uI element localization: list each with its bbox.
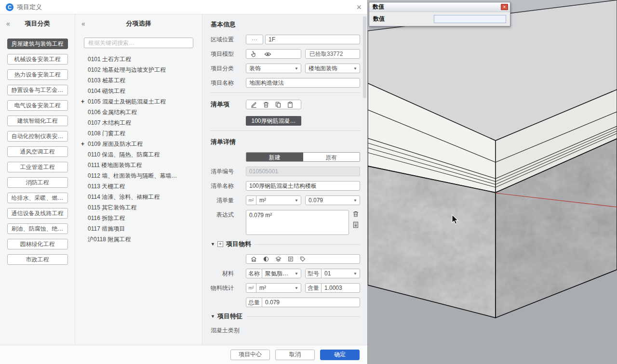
subsection-item[interactable]: 0112 墙、柱面装饰与隔断、幕墙… <box>75 170 202 181</box>
close-icon[interactable]: × <box>356 3 362 12</box>
category-button[interactable]: 市政工程 <box>7 254 68 265</box>
delete-icon[interactable] <box>353 211 359 217</box>
qty-value-select[interactable]: 0.079 ▼ <box>305 195 360 205</box>
subsection-item[interactable]: 0106 金属结构工程 <box>75 107 202 117</box>
close-icon[interactable]: × <box>501 4 508 10</box>
list-name-input[interactable] <box>246 181 360 191</box>
dialog-titlebar: C 项目定义 × <box>0 0 367 14</box>
qty-unit-select[interactable]: m² ▼ <box>256 195 301 205</box>
eye-icon[interactable] <box>264 52 271 57</box>
subsection-item[interactable]: 0107 木结构工程 <box>75 117 202 128</box>
expand-icon[interactable]: + <box>81 96 84 107</box>
value-input[interactable] <box>434 15 506 23</box>
category-button[interactable]: 通信设备及线路工程 <box>7 208 68 219</box>
subsection-item[interactable]: +0105 混凝土及钢筋混凝土工程 <box>75 96 202 107</box>
collapse-triangle-icon[interactable]: ▼ <box>211 314 215 319</box>
class-minor-select[interactable]: 楼地面装饰 ▼ <box>305 64 360 73</box>
dialog-title: 项目定义 <box>17 3 42 12</box>
subsection-item[interactable]: 0111 楼地面装饰工程 <box>75 160 202 170</box>
subsection-item-label: 0112 墙、柱面装饰与隔断、幕墙… <box>88 172 177 179</box>
expand-icon[interactable]: + <box>81 139 84 149</box>
subsection-item[interactable]: 0110 保温、隔热、防腐工程 <box>75 149 202 160</box>
category-button[interactable]: 房屋建筑与装饰工程 <box>7 39 68 49</box>
region-browse-button[interactable]: ··· <box>246 35 263 44</box>
feature-item-label: 混凝土类别 <box>211 326 360 335</box>
value-dialog-titlebar[interactable]: 数值 × <box>369 2 510 12</box>
subsection-header: 分项选择 <box>126 19 151 28</box>
subsection-item[interactable]: 沪0118 附属工程 <box>75 234 202 245</box>
subsection-item[interactable]: 0102 地基处理与边坡支护工程 <box>75 65 202 75</box>
collapse-middle-icon[interactable]: « <box>81 20 85 27</box>
region-input[interactable] <box>265 35 360 44</box>
total-input[interactable] <box>262 298 360 307</box>
category-button[interactable]: 热力设备安装工程 <box>7 69 68 80</box>
pick-hand-icon[interactable] <box>250 51 256 57</box>
category-button[interactable]: 机械设备安装工程 <box>7 54 68 65</box>
copy-icon[interactable] <box>275 102 281 108</box>
category-button[interactable]: 工业管道工程 <box>7 162 68 172</box>
subsection-item-label: 0101 土石方工程 <box>88 56 131 63</box>
detail-panel: 基本信息 区域位置 ··· 项目模型 <box>202 14 367 364</box>
total-prefix: 总量 <box>246 298 262 307</box>
calculator-icon[interactable] <box>353 221 359 228</box>
paste-icon[interactable] <box>287 102 293 108</box>
collapse-triangle-icon[interactable]: ▼ <box>211 242 215 247</box>
subsection-item[interactable]: 0116 拆除工程 <box>75 213 202 223</box>
material-name-select[interactable]: 聚氨脂… ▼ <box>262 269 301 278</box>
subsection-item[interactable]: +0109 屋面及防水工程 <box>75 139 202 149</box>
warehouse-icon[interactable] <box>251 256 257 262</box>
collapse-left-icon[interactable]: « <box>6 20 10 27</box>
category-button[interactable]: 给排水、采暖、燃… <box>7 193 68 203</box>
category-button[interactable]: 园林绿化工程 <box>7 239 68 249</box>
category-button[interactable]: 刷油、防腐蚀、绝… <box>7 223 68 234</box>
subsection-item[interactable]: 0108 门窗工程 <box>75 128 202 139</box>
edit-icon[interactable] <box>251 102 257 108</box>
detail-tabs: 新建 原有 <box>246 152 360 162</box>
subsection-item[interactable]: 0117 措施项目 <box>75 223 202 234</box>
scrollbar-thumb[interactable] <box>363 16 366 98</box>
subsection-item[interactable]: 0103 桩基工程 <box>75 75 202 86</box>
spec-card-icon[interactable] <box>288 256 294 262</box>
class-major-select[interactable]: 装饰 ▼ <box>246 64 301 73</box>
category-button[interactable]: 建筑智能化工程 <box>7 116 68 126</box>
divider <box>246 316 360 317</box>
subsection-item-label: 0105 混凝土及钢筋混凝土工程 <box>88 98 166 105</box>
material-model-select[interactable]: 01 ▼ <box>321 269 360 278</box>
tab-existing[interactable]: 原有 <box>303 153 360 161</box>
stats-unit-select[interactable]: m² ▼ <box>256 283 301 293</box>
project-center-button[interactable]: 项目中心 <box>230 350 270 360</box>
category-button[interactable]: 消防工程 <box>7 177 68 188</box>
project-name-input[interactable] <box>246 78 360 88</box>
subsection-item[interactable]: 0104 砌筑工程 <box>75 86 202 96</box>
layers-icon[interactable] <box>275 256 282 262</box>
subsection-item-label: 0104 砌筑工程 <box>88 88 125 94</box>
unit-icon[interactable]: m² <box>246 195 256 205</box>
subsection-item-label: 0110 保温、隔热、防腐工程 <box>88 151 160 158</box>
main-scrollbar[interactable] <box>362 15 367 344</box>
cancel-button[interactable]: 取消 <box>275 350 315 360</box>
chevron-down-icon: ▼ <box>351 272 357 276</box>
category-button[interactable]: 自动化控制仪表安… <box>7 131 68 142</box>
list-qty-label: 清单量 <box>211 195 234 205</box>
list-item-chip[interactable]: 100厚钢筋混凝… <box>246 116 301 126</box>
category-button[interactable]: 通风空调工程 <box>7 146 68 157</box>
subsection-item[interactable]: 0114 油漆、涂料、裱糊工程 <box>75 192 202 202</box>
category-button[interactable]: 电气设备安装工程 <box>7 100 68 111</box>
category-button[interactable]: 静置设备与工艺金… <box>7 85 68 95</box>
content-input[interactable] <box>321 283 360 293</box>
confirm-button[interactable]: 确定 <box>320 350 360 360</box>
viewport-3d[interactable]: 数值 × 数值 <box>368 0 617 364</box>
material-sphere-icon[interactable] <box>263 256 269 262</box>
subsection-item[interactable]: 0113 天棚工程 <box>75 181 202 192</box>
subsection-item[interactable]: 0115 其它装饰工程 <box>75 202 202 213</box>
brand-tag-icon[interactable] <box>300 256 306 262</box>
subsection-item[interactable]: 0101 土石方工程 <box>75 54 202 65</box>
subsection-item-label: 0114 油漆、涂料、裱糊工程 <box>88 194 160 200</box>
add-material-icon[interactable]: + <box>217 241 223 247</box>
sketchup-scene <box>368 0 617 364</box>
tab-new[interactable]: 新建 <box>246 153 303 161</box>
expression-textarea[interactable]: 0.079 m² <box>246 210 349 235</box>
delete-icon[interactable] <box>263 102 269 108</box>
unit-icon[interactable]: m² <box>246 283 256 293</box>
keyword-search-input[interactable] <box>84 38 193 48</box>
